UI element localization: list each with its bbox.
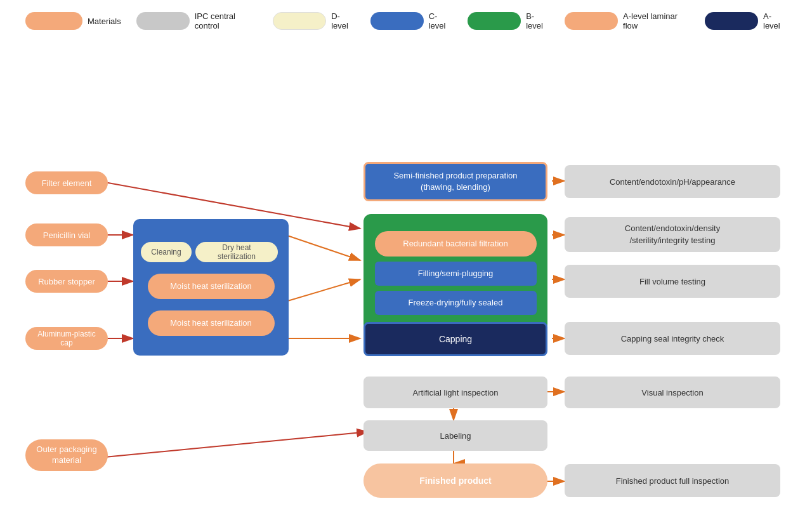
legend-alevel: A-level [705,11,787,30]
ipc-check-5: Visual inspection [565,377,780,408]
ipc-check-6: Finished product full inspection [565,464,780,497]
legend-ipc-label: IPC central control [195,11,258,30]
artificial-light-node: Artificial light inspection [363,377,547,408]
legend-alaminar-label: A-level laminar flow [623,11,690,30]
cleaning-node: Cleaning [141,242,192,262]
legend-materials-label: Materials [88,17,121,26]
ipc-check-1: Content/endotoxin/pH/appearance [565,165,780,198]
materials-pill [25,12,82,30]
alevel-pill [705,12,758,30]
filter-element-node: Filter element [25,171,108,194]
svg-line-7 [285,235,360,260]
svg-line-8 [285,279,360,302]
blevel-pill [468,12,521,30]
rubber-stopper-node: Rubber stopper [25,270,108,293]
legend-ipc: IPC central control [136,11,258,30]
outer-packaging-node: Outer packaging material [25,439,108,471]
freeze-drying-node: Freeze-drying/fully sealed [375,291,537,315]
alaminar-pill [565,12,618,30]
ipc-pill [136,12,190,30]
filling-node: Filling/semi-plugging [375,262,537,286]
ipc-check-4: Capping seal integrity check [565,322,780,355]
legend-clevel: C-level [370,11,452,30]
dry-heat-node: Dry heat sterilization [195,242,278,262]
legend-materials: Materials [25,12,121,30]
redundant-filtration-node: Redundant bacterial filtration [375,231,537,257]
moist-heat-2-node: Moist heat sterilization [148,310,275,336]
dlevel-pill [273,12,326,30]
semi-finished-node: Semi-finished product preparation (thawi… [363,162,547,201]
legend-dlevel: D-level [273,11,355,30]
legend-blevel: B-level [468,11,549,30]
legend-alevel-label: A-level [763,11,787,30]
legend: Materials IPC central control D-level C-… [0,0,812,37]
diagram-container: Materials IPC central control D-level C-… [0,0,812,520]
capping-node: Capping [363,322,547,356]
svg-line-17 [105,432,368,457]
aluminum-plastic-cap-node: Aluminum-plastic cap [25,327,108,350]
clevel-pill [370,12,424,30]
legend-blevel-label: B-level [526,11,549,30]
finished-product-node: Finished product [363,463,547,498]
labeling-node: Labeling [363,420,547,451]
moist-heat-1-node: Moist heat sterilization [148,274,275,299]
legend-clevel-label: C-level [429,11,453,30]
blue-process-container: Cleaning Dry heat sterilization Moist he… [133,219,289,356]
legend-alaminar: A-level laminar flow [565,11,690,30]
penicillin-vial-node: Penicillin vial [25,223,108,246]
legend-dlevel-label: D-level [331,11,355,30]
ipc-check-3: Fill volume testing [565,265,780,298]
green-process-container: Redundant bacterial filtration Filling/s… [363,214,547,331]
ipc-check-2: Content/endotoxin/density /sterility/int… [565,217,780,252]
flow-area: Filter element Penicillin vial Rubber st… [0,51,812,520]
